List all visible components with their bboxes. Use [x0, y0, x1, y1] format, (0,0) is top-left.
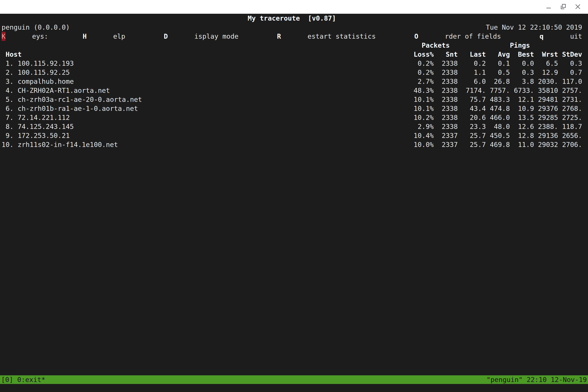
hop-host: 10. zrh11s02-in-f14.1e100.net — [1, 140, 118, 149]
hop-host: 4. CH-ZRH02A-RT1.aorta.net — [1, 86, 110, 95]
restore-icon — [560, 3, 567, 10]
close-button[interactable] — [573, 2, 583, 12]
stats-group-header-line: Packets Pings — [0, 41, 588, 50]
hop-stats: 48.3% 2338 7174. 7757. 6733. 35810 2757. — [413, 86, 582, 95]
hop-row: 7. 72.14.221.11210.2% 2338 20.6 466.0 13… — [0, 113, 588, 122]
hop-stats: 10.1% 2338 75.7 483.3 12.1 29481 2731. — [413, 95, 582, 104]
hop-stats: 10.2% 2338 20.6 466.0 13.5 29285 2725. — [413, 113, 582, 122]
hop-row: 1. 100.115.92.193 0.2% 2338 0.2 0.1 0.0 … — [0, 59, 588, 68]
hop-host: 8. 74.125.243.145 — [1, 122, 74, 131]
menu-cursor-key: K — [1, 32, 5, 41]
hop-stats: 2.9% 2338 23.3 48.0 12.6 2388. 118.7 — [413, 122, 582, 131]
hop-host: 2. 100.115.92.25 — [1, 68, 70, 77]
host-column-header: Host — [1, 50, 21, 59]
terminal-screen[interactable]: My traceroute [v0.87] penguin (0.0.0.0) … — [0, 14, 588, 392]
menu-text: uit — [570, 32, 582, 41]
hop-host: 3. compalhub.home — [1, 77, 74, 86]
current-datetime: Tue Nov 12 22:10:50 2019 — [486, 23, 582, 32]
app-title: My traceroute [v0.87] — [248, 14, 336, 23]
hop-host: 9. 172.253.50.21 — [1, 131, 70, 140]
menu-text: isplay mode — [194, 32, 250, 41]
terminal-window: My traceroute [v0.87] penguin (0.0.0.0) … — [0, 0, 588, 392]
local-host-label: penguin (0.0.0.0) — [1, 23, 70, 32]
status-bar-session-info: "penguin" 22:10 12-Nov-19 — [486, 375, 587, 384]
hop-stats: 2.7% 2338 6.0 26.8 3.8 2030. 117.0 — [413, 77, 582, 86]
hop-row: 10. zrh11s02-in-f14.1e100.net10.0% 2337 … — [0, 140, 588, 149]
hop-row: 2. 100.115.92.25 0.2% 2338 1.1 0.5 0.3 1… — [0, 68, 588, 77]
menu-text: eys: — [32, 32, 56, 41]
column-header-line: Host Loss% Snt Last Avg Best Wrst StDev — [0, 50, 588, 59]
menu-hotkey: O — [414, 32, 418, 41]
hop-row: 8. 74.125.243.145 2.9% 2338 23.3 48.0 12… — [0, 122, 588, 131]
stats-column-headers: Loss% Snt Last Avg Best Wrst StDev — [413, 50, 582, 59]
hop-stats: 10.1% 2338 43.4 474.8 10.9 29376 2768. — [413, 104, 582, 113]
hop-host: 5. ch-zrh03a-rc1-ae-20-0.aorta.net — [1, 95, 142, 104]
hop-rows: 1. 100.115.92.193 0.2% 2338 0.2 0.1 0.0 … — [0, 59, 588, 149]
app-title-line: My traceroute [v0.87] — [0, 14, 588, 23]
menu-hotkey: R — [277, 32, 281, 41]
hop-host: 7. 72.14.221.112 — [1, 113, 70, 122]
menu-text: estart statistics — [308, 32, 388, 41]
window-titlebar — [0, 0, 588, 14]
restore-button[interactable] — [559, 2, 568, 12]
hop-stats: 10.0% 2337 25.7 469.8 11.0 29032 2706. — [413, 140, 582, 149]
hop-stats: 0.2% 2338 0.2 0.1 0.0 6.5 0.3 — [413, 59, 582, 68]
menu-hotkey: H — [83, 32, 87, 41]
menu-hotkey: D — [164, 32, 168, 41]
hop-stats: 10.4% 2337 25.7 450.5 12.8 29136 2656. — [413, 131, 582, 140]
menu-text: rder of fields — [445, 32, 513, 41]
status-bar-tab-label: [0] 0:exit* — [1, 375, 45, 384]
hop-row: 6. ch-zrh01b-ra1-ae-1-0.aorta.net10.1% 2… — [0, 104, 588, 113]
hop-stats: 0.2% 2338 1.1 0.5 0.3 12.9 0.7 — [413, 68, 582, 77]
hop-row: 9. 172.253.50.2110.4% 2337 25.7 450.5 12… — [0, 131, 588, 140]
menu-text: elp — [113, 32, 137, 41]
menu-hotkey: q — [540, 32, 544, 41]
hop-row: 5. ch-zrh03a-rc1-ae-20-0.aorta.net10.1% … — [0, 95, 588, 104]
minimize-icon — [546, 3, 552, 10]
close-icon — [575, 3, 581, 10]
minimize-button[interactable] — [544, 2, 554, 12]
hop-row: 3. compalhub.home 2.7% 2338 6.0 26.8 3.8… — [0, 77, 588, 86]
keys-menu: Keys: Help Display mode Restart statisti… — [0, 32, 588, 41]
hop-host: 6. ch-zrh01b-ra1-ae-1-0.aorta.net — [1, 104, 138, 113]
status-bar: [0] 0:exit* "penguin" 22:10 12-Nov-19 — [0, 375, 588, 384]
packets-pings-header: Packets Pings — [413, 41, 582, 50]
hop-row: 4. CH-ZRH02A-RT1.aorta.net48.3% 2338 717… — [0, 86, 588, 95]
hop-host: 1. 100.115.92.193 — [1, 59, 74, 68]
host-date-line: penguin (0.0.0.0) Tue Nov 12 22:10:50 20… — [0, 23, 588, 32]
